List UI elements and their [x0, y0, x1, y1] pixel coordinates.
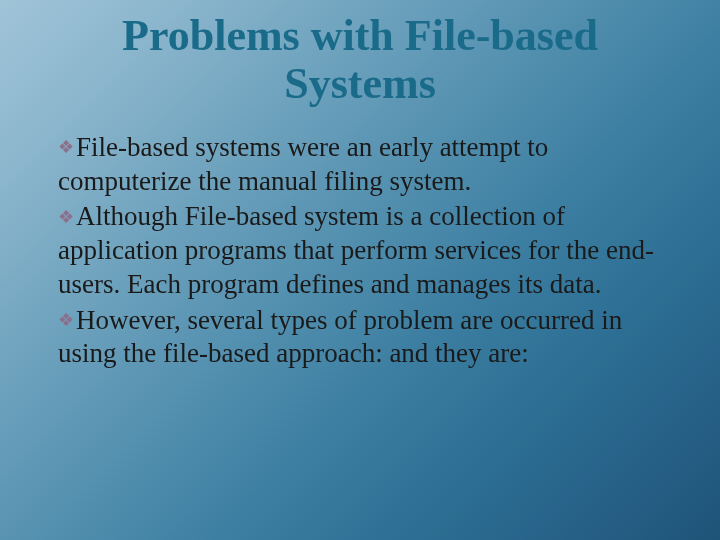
bullet-text: File-based systems were an early attempt…	[58, 132, 548, 196]
diamond-bullet-icon: ❖	[58, 136, 74, 159]
presentation-slide: Problems with File-based Systems ❖File-b…	[0, 0, 720, 540]
slide-content: ❖File-based systems were an early attemp…	[50, 131, 670, 371]
bullet-point: ❖Although File-based system is a collect…	[58, 200, 670, 301]
diamond-bullet-icon: ❖	[58, 309, 74, 332]
bullet-text: Although File-based system is a collecti…	[58, 201, 654, 299]
bullet-point: ❖File-based systems were an early attemp…	[58, 131, 670, 199]
bullet-point: ❖However, several types of problem are o…	[58, 304, 670, 372]
slide-title: Problems with File-based Systems	[50, 12, 670, 109]
diamond-bullet-icon: ❖	[58, 206, 74, 229]
bullet-text: However, several types of problem are oc…	[58, 305, 622, 369]
